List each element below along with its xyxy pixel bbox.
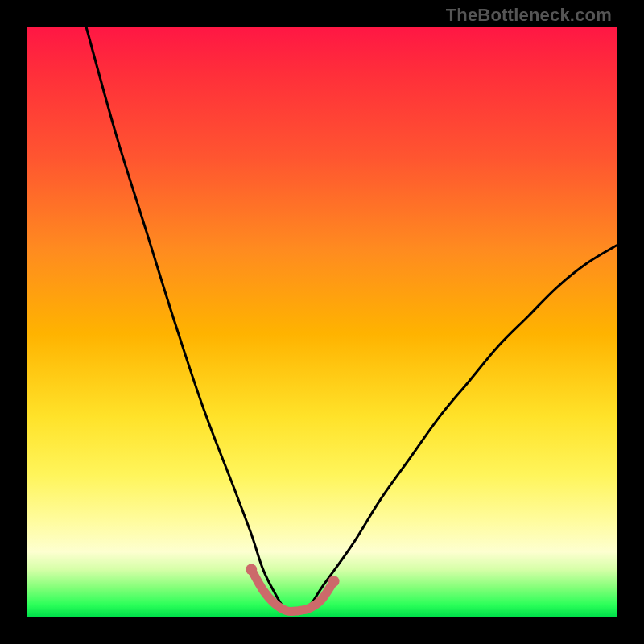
chart-stage: TheBottleneck.com xyxy=(0,0,644,644)
plot-area xyxy=(27,27,617,617)
curve-layer xyxy=(27,27,617,617)
watermark-text: TheBottleneck.com xyxy=(446,5,612,26)
optimal-range-dot xyxy=(328,576,340,587)
optimal-range-dot xyxy=(246,564,257,575)
bottleneck-curve xyxy=(86,27,617,613)
optimal-range-curve xyxy=(251,569,333,611)
